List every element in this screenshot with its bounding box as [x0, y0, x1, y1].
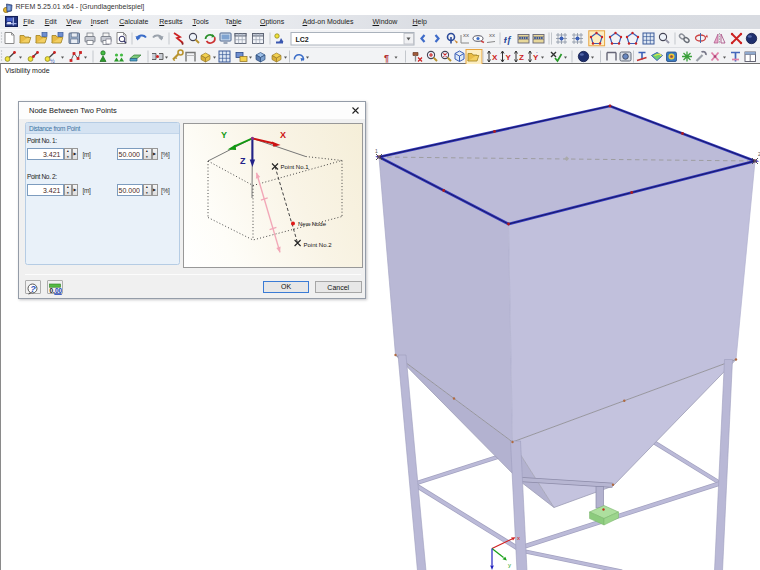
svg-text:0.00: 0.00 [50, 287, 63, 294]
svg-text:Point No.2: Point No.2 [304, 242, 333, 248]
svg-text:xx: xx [463, 32, 469, 38]
svg-text:X: X [492, 52, 498, 61]
svg-text:?: ? [31, 284, 37, 294]
svg-text:½: ½ [50, 57, 55, 63]
svg-text:X: X [280, 130, 286, 140]
svg-text:x: x [517, 535, 520, 541]
svg-text:xx: xx [489, 32, 495, 38]
svg-text:Y: Y [221, 130, 227, 140]
svg-text:1: 1 [375, 148, 378, 154]
svg-text:Z: Z [240, 156, 246, 166]
svg-text:y: y [508, 562, 511, 568]
svg-text:Point No.1: Point No.1 [281, 164, 310, 170]
svg-text:¶: ¶ [384, 52, 389, 62]
svg-text:New Node: New Node [298, 221, 327, 227]
svg-text:LC2: LC2 [296, 36, 309, 43]
svg-text:Z: Z [519, 52, 524, 61]
svg-text:Ɨƒ: Ɨƒ [504, 35, 512, 45]
svg-text:Y: Y [506, 52, 512, 61]
